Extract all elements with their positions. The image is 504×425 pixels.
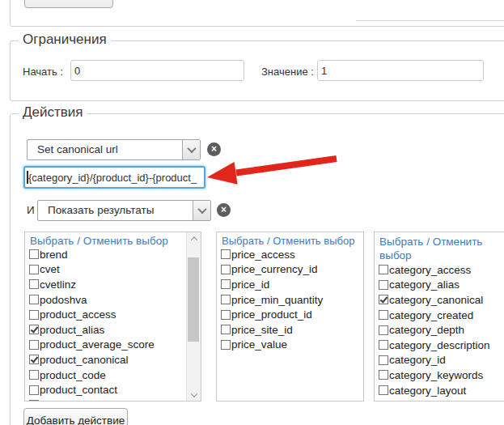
list-item[interactable]: product_canonical xyxy=(29,352,201,368)
list-item-label: category_keywords xyxy=(389,369,483,381)
select-all-link[interactable]: Выбрать xyxy=(30,235,74,247)
chevron-down-icon xyxy=(197,205,206,214)
list-item[interactable]: price_value xyxy=(221,338,363,353)
header-separator: / xyxy=(74,235,83,247)
list-item-label: category_left xyxy=(389,399,451,402)
list-item[interactable]: cvetlinz xyxy=(29,277,201,292)
list-item-label: category_canonical xyxy=(389,294,483,306)
list-item-label: podoshva xyxy=(40,294,87,306)
checkbox[interactable] xyxy=(29,310,39,320)
list-item[interactable]: cvet xyxy=(29,262,201,278)
deselect-all-link[interactable]: Отменить выбор xyxy=(83,235,168,247)
checkbox[interactable] xyxy=(379,385,388,395)
checkbox[interactable] xyxy=(29,265,39,274)
list-item-label: price_product_id xyxy=(231,308,312,321)
header-separator: / xyxy=(423,236,432,248)
list-item[interactable]: category_left xyxy=(379,397,504,402)
chevron-down-icon xyxy=(190,390,197,397)
list-item[interactable]: category_keywords xyxy=(379,368,504,383)
list-item[interactable]: category_alias xyxy=(379,278,504,293)
list-item[interactable]: price_min_quantity xyxy=(221,292,363,308)
checkbox[interactable] xyxy=(29,355,39,364)
list-item-label: price_currency_id xyxy=(231,263,318,275)
list-item[interactable]: podoshva xyxy=(29,292,201,308)
value-input[interactable] xyxy=(317,60,484,81)
result-select-value: Показать результаты xyxy=(48,201,154,220)
result-select[interactable]: Показать результаты xyxy=(37,200,211,221)
checkbox[interactable] xyxy=(29,325,39,334)
list-item[interactable]: category_created xyxy=(379,308,504,323)
checkbox[interactable] xyxy=(221,340,231,350)
checkbox[interactable] xyxy=(379,280,388,290)
product-fields-listbox: Выбрать / Отменить выбор brendcvetcvetli… xyxy=(24,232,201,402)
remove-result-icon[interactable]: × xyxy=(217,203,231,217)
checkbox[interactable] xyxy=(379,340,388,350)
list-item[interactable]: category_layout xyxy=(379,383,504,398)
start-input[interactable] xyxy=(70,60,244,81)
checkbox[interactable] xyxy=(379,310,388,320)
action-type-select[interactable]: Set canonical url xyxy=(27,139,201,160)
checkbox[interactable] xyxy=(379,325,388,335)
list-item-label: product_created xyxy=(40,399,119,402)
list-item-label: price_access xyxy=(231,249,295,261)
list-item[interactable]: product_created xyxy=(29,397,201,402)
checkbox[interactable] xyxy=(379,265,388,274)
chevron-down-icon xyxy=(187,144,196,153)
and-label: И xyxy=(27,204,35,216)
scrollbar-up-button[interactable] xyxy=(187,232,201,244)
checkbox[interactable] xyxy=(29,370,39,380)
list-item[interactable]: price_currency_id xyxy=(221,262,363,278)
checkbox[interactable] xyxy=(29,295,39,304)
list-item[interactable]: price_id xyxy=(221,277,363,292)
checkbox[interactable] xyxy=(221,249,231,259)
checkbox[interactable] xyxy=(29,400,39,402)
list-item-label: product_access xyxy=(40,308,116,321)
list-item[interactable]: price_product_id xyxy=(221,307,363,322)
list-item[interactable]: product_code xyxy=(29,368,201,383)
list-item[interactable]: category_description xyxy=(379,338,504,353)
page: Ограничения Начать : Значение : Действия… xyxy=(0,0,504,425)
list-item[interactable]: category_canonical xyxy=(379,292,504,308)
select-all-link[interactable]: Выбрать xyxy=(379,236,423,248)
list-item[interactable]: product_average_score xyxy=(29,338,201,353)
select-dropdown-button[interactable] xyxy=(182,140,200,159)
checkbox[interactable] xyxy=(221,279,231,289)
scrollbar-thumb[interactable] xyxy=(188,257,199,342)
remove-action-icon[interactable]: × xyxy=(207,142,221,156)
checkbox[interactable] xyxy=(379,370,388,380)
scrollbar[interactable] xyxy=(186,232,201,401)
list-item[interactable]: price_access xyxy=(221,247,363,262)
checkbox[interactable] xyxy=(379,295,388,304)
list-item[interactable]: product_contact xyxy=(29,382,201,397)
list-item-label: category_depth xyxy=(389,324,464,336)
partial-top-button[interactable] xyxy=(24,0,113,8)
list-item[interactable]: category_id xyxy=(379,353,504,368)
top-fieldset-inner-edge xyxy=(356,20,504,21)
checkbox[interactable] xyxy=(29,385,39,395)
add-action-button[interactable]: Добавить действие xyxy=(23,408,128,425)
price-fields-listbox: Выбрать / Отменить выбор price_accesspri… xyxy=(216,232,364,402)
list-item-label: category_id xyxy=(389,354,446,366)
checkbox[interactable] xyxy=(221,310,231,320)
list-item[interactable]: category_access xyxy=(379,262,504,278)
list-item[interactable]: brend xyxy=(29,247,201,262)
checkbox[interactable] xyxy=(379,355,388,365)
checkbox[interactable] xyxy=(29,340,39,350)
list-item[interactable]: product_alias xyxy=(29,322,201,338)
deselect-all-link[interactable]: Отменить выбор xyxy=(273,235,354,247)
select-all-link[interactable]: Выбрать xyxy=(222,235,264,247)
list-item-label: price_id xyxy=(231,278,269,291)
checkbox[interactable] xyxy=(29,249,39,259)
checkbox[interactable] xyxy=(29,279,39,289)
checkbox[interactable] xyxy=(221,265,231,274)
scrollbar-down-button[interactable] xyxy=(187,389,201,401)
list-item[interactable]: price_site_id xyxy=(221,322,363,338)
checkbox[interactable] xyxy=(221,325,231,334)
checkbox[interactable] xyxy=(379,401,388,402)
list-item-label: product_average_score xyxy=(40,338,155,351)
list-item[interactable]: product_access xyxy=(29,307,201,322)
canonical-url-input[interactable] xyxy=(23,166,205,189)
select-dropdown-button[interactable] xyxy=(193,201,210,220)
checkbox[interactable] xyxy=(221,295,231,304)
list-item[interactable]: category_depth xyxy=(379,322,504,338)
